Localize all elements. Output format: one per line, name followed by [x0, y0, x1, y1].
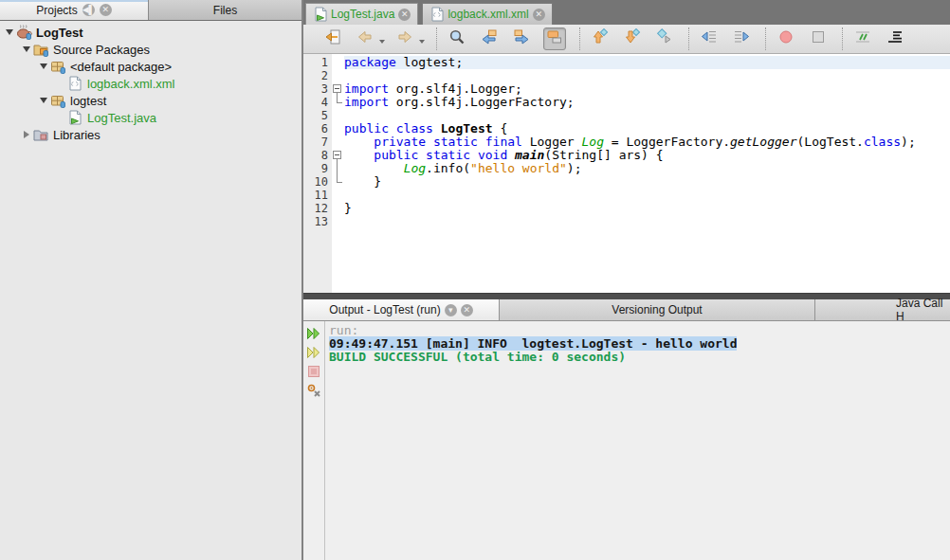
- code-line: public static void main(String[] ars) {: [344, 149, 950, 162]
- project-icon: [16, 25, 33, 40]
- line-number-gutter: 12345678910111213: [303, 54, 332, 293]
- output-line: run:: [329, 324, 950, 337]
- expander-down-icon[interactable]: [37, 98, 50, 103]
- tab-versioning-output[interactable]: Versioning Output: [500, 299, 815, 320]
- fold-collapse-icon[interactable]: [333, 151, 341, 159]
- tree-item-label: logtest: [70, 94, 106, 108]
- close-icon[interactable]: ✕: [461, 304, 473, 316]
- find-selection-icon: [448, 28, 466, 49]
- tab-projects-label: Projects: [36, 4, 77, 17]
- find-selection-button[interactable]: [447, 28, 467, 49]
- package-icon: [50, 93, 67, 108]
- shift-left-button[interactable]: [699, 28, 720, 49]
- dropdown-caret-icon[interactable]: [379, 40, 385, 44]
- xml-file-icon: [67, 76, 84, 91]
- toggle-bookmark-button[interactable]: [654, 28, 675, 49]
- code-line: import org.slf4j.Logger;: [344, 82, 950, 96]
- close-icon[interactable]: ✕: [100, 4, 112, 16]
- tree-item-logback.xml.xml[interactable]: logback.xml.xml: [0, 75, 301, 92]
- tab-projects[interactable]: Projects ◀▌ ✕: [0, 0, 149, 20]
- find-next-button[interactable]: [511, 28, 532, 49]
- minimize-window-icon[interactable]: ◀▌: [82, 4, 95, 16]
- line-number: 13: [303, 215, 328, 228]
- goto-last-edit-icon: [324, 28, 341, 49]
- output-tab-label: Versioning Output: [612, 303, 702, 316]
- tree-item-label: logback.xml.xml: [87, 77, 174, 91]
- minimize-window-icon[interactable]: ▾: [445, 304, 457, 316]
- code-line: private static final Logger Log = Logger…: [344, 135, 950, 149]
- line-number: 5: [303, 109, 328, 122]
- tab-files-label: Files: [213, 4, 237, 17]
- record-macro-icon: [777, 28, 795, 49]
- line-number: 7: [303, 135, 328, 149]
- tree-item-logtest[interactable]: logtest: [0, 92, 301, 109]
- uncomment-button[interactable]: [885, 28, 905, 49]
- next-bookmark-button[interactable]: [622, 28, 643, 49]
- shift-right-button[interactable]: [731, 28, 752, 49]
- tab-java-call-hierarchy[interactable]: Java Call H: [815, 299, 950, 320]
- nav-back-icon: [356, 28, 374, 49]
- folder-icon: [33, 127, 50, 142]
- toggle-highlight-button[interactable]: [543, 27, 566, 50]
- code-line: [344, 189, 950, 202]
- output-splitter[interactable]: [303, 293, 950, 299]
- code-line: [344, 215, 950, 228]
- output-tab-label: Java Call H: [896, 297, 950, 323]
- tab-files[interactable]: Files: [149, 0, 301, 20]
- tree-item-label: Libraries: [53, 128, 100, 142]
- code-line: [344, 109, 950, 122]
- line-number: 10: [303, 175, 328, 189]
- previous-bookmark-button[interactable]: [590, 28, 611, 49]
- find-previous-icon: [481, 28, 498, 49]
- code-line: public class LogTest {: [344, 122, 950, 135]
- fold-collapse-icon[interactable]: [333, 84, 341, 93]
- editor-tab-logtest-java[interactable]: LogTest.java ✕: [305, 3, 418, 25]
- close-icon[interactable]: ✕: [398, 9, 411, 21]
- tree-item-label: <default package>: [70, 60, 172, 74]
- tree-item-libraries[interactable]: Libraries: [0, 126, 301, 143]
- toolbar-separator: [436, 27, 437, 50]
- find-previous-button[interactable]: [479, 28, 500, 49]
- java-file-icon: [67, 110, 84, 125]
- code-area[interactable]: package logtest; import org.slf4j.Logger…: [344, 54, 950, 293]
- left-panel-tabbar: Projects ◀▌ ✕ Files: [0, 0, 301, 21]
- stop-build-button[interactable]: [306, 364, 321, 379]
- code-editor[interactable]: 12345678910111213 package logtest; impor…: [303, 54, 950, 293]
- rerun-alt-button[interactable]: [306, 345, 321, 360]
- tree-item-logtest.java[interactable]: LogTest.java: [0, 109, 301, 126]
- record-macro-button[interactable]: [776, 28, 796, 49]
- code-fold-column[interactable]: [332, 54, 344, 293]
- nav-back-button[interactable]: [355, 28, 375, 49]
- ide-window: Projects ◀▌ ✕ Files LogTestSource Packag…: [0, 0, 950, 560]
- expander-down-icon[interactable]: [3, 29, 16, 35]
- shift-right-icon: [733, 28, 750, 49]
- toolbar-separator: [688, 27, 689, 50]
- tab-output-run[interactable]: Output - LogTest (run) ▾ ✕: [303, 299, 500, 320]
- build-settings-button[interactable]: [306, 383, 321, 398]
- tree-item-source-packages[interactable]: Source Packages: [0, 41, 301, 58]
- tree-item-label: LogTest.java: [87, 111, 156, 125]
- close-icon[interactable]: ✕: [533, 9, 545, 21]
- dropdown-caret-icon[interactable]: [419, 40, 425, 44]
- rerun-button[interactable]: [306, 326, 321, 341]
- tree-item-logtest[interactable]: LogTest: [0, 24, 301, 41]
- tree-item-label: Source Packages: [53, 43, 150, 57]
- code-line: import org.slf4j.LoggerFactory;: [344, 96, 950, 109]
- comment-button[interactable]: [852, 28, 873, 49]
- goto-last-edit-button[interactable]: [322, 28, 343, 49]
- line-number: 4: [303, 96, 328, 109]
- tree-item-default-package[interactable]: <default package>: [0, 58, 301, 75]
- line-number: 3: [303, 82, 328, 96]
- toolbar-separator: [765, 27, 766, 50]
- code-line: [344, 69, 950, 82]
- expander-right-icon[interactable]: [20, 131, 33, 138]
- shift-left-icon: [701, 28, 718, 49]
- toggle-bookmark-icon: [656, 28, 673, 49]
- expander-down-icon[interactable]: [20, 46, 33, 52]
- editor-tab-logback-xml[interactable]: logback.xml.xml ✕: [422, 3, 552, 25]
- expander-down-icon[interactable]: [37, 63, 50, 69]
- output-console[interactable]: run:09:49:47.151 [main] INFO logtest.Log…: [325, 321, 950, 560]
- tree-item-label: LogTest: [36, 26, 83, 40]
- stop-macro-button[interactable]: [808, 28, 829, 49]
- nav-forward-button[interactable]: [394, 28, 415, 49]
